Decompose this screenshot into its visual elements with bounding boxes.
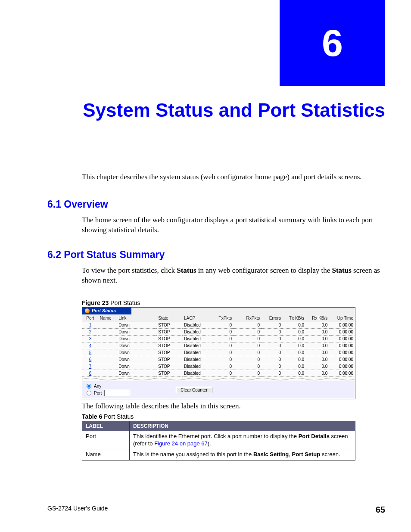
cell-link: Down [117,363,156,370]
cell-rxkb: 0.0 [306,349,329,356]
cell-errors: 0 [262,356,283,363]
cell-rxkb: 0.0 [306,356,329,363]
desc-label: Port [82,431,130,449]
cell-lacp: Disabled [182,349,208,356]
cell-rxkb: 0.0 [306,342,329,349]
cell-rxpkts: 0 [234,356,262,363]
figure-crossref-link[interactable]: Figure 24 on page 67 [154,440,208,447]
desc-text: This identifies the Ethernet port. Click… [130,431,355,449]
cell-name [98,342,117,349]
table-row: 5DownSTOPDisabled0000.00.00:00:00 [82,349,355,356]
cell-uptime: 0:00:00 [329,342,355,349]
cell-link: Down [117,335,156,342]
cell-state: STOP [156,328,182,335]
cell-txpkts: 0 [208,322,234,329]
section-heading-overview: 6.1 Overview [47,199,385,210]
cell-rxpkts: 0 [234,363,262,370]
cell-txkb: 0.0 [283,342,306,349]
cell-txpkts: 0 [208,342,234,349]
cell-txkb: 0.0 [283,322,306,329]
cell-rxpkts: 0 [234,328,262,335]
port-link[interactable]: 2 [82,328,98,335]
cell-errors: 0 [262,342,283,349]
desc-th-desc: DESCRIPTION [130,421,355,431]
cell-state: STOP [156,322,182,329]
port-link[interactable]: 8 [82,370,98,376]
cell-txkb: 0.0 [283,363,306,370]
chapter-number: 6 [322,21,343,65]
cell-errors: 0 [262,363,283,370]
table-row: 1DownSTOPDisabled0000.00.00:00:00 [82,322,355,329]
cell-lacp: Disabled [182,356,208,363]
cell-link: Down [117,349,156,356]
radio-any[interactable] [87,384,91,389]
cell-name [98,328,117,335]
cell-state: STOP [156,363,182,370]
cell-name [98,363,117,370]
cell-uptime: 0:00:00 [329,356,355,363]
post-figure-text: The following table describes the labels… [82,402,385,411]
cell-txpkts: 0 [208,349,234,356]
cell-link: Down [117,322,156,329]
radio-port[interactable] [87,391,91,395]
cell-lacp: Disabled [182,370,208,376]
cell-rxkb: 0.0 [306,363,329,370]
page-number: 65 [376,505,385,515]
cell-name [98,322,117,329]
cell-state: STOP [156,370,182,376]
cell-txpkts: 0 [208,370,234,376]
port-link[interactable]: 4 [82,342,98,349]
port-link[interactable]: 3 [82,335,98,342]
description-table: LABEL DESCRIPTION Port This identifies t… [82,421,355,461]
cell-errors: 0 [262,335,283,342]
cell-rxpkts: 0 [234,349,262,356]
cell-txkb: 0.0 [283,349,306,356]
cell-uptime: 0:00:00 [329,349,355,356]
radio-any-row[interactable]: Any [87,384,130,389]
table-row: Port This identifies the Ethernet port. … [82,431,355,449]
radio-any-label: Any [94,384,101,389]
cell-state: STOP [156,349,182,356]
cell-rxkb: 0.0 [306,328,329,335]
cell-name [98,335,117,342]
cell-rxpkts: 0 [234,370,262,376]
chapter-number-box: 6 [280,0,385,86]
desc-th-label: LABEL [82,421,130,431]
cell-link: Down [117,370,156,376]
port-status-titlebar: Port Status [82,308,355,314]
port-link[interactable]: 1 [82,322,98,329]
cell-link: Down [117,328,156,335]
cell-rxkb: 0.0 [306,335,329,342]
table-row: 7DownSTOPDisabled0000.00.00:00:00 [82,363,355,370]
cell-uptime: 0:00:00 [329,363,355,370]
cell-link: Down [117,356,156,363]
cell-txkb: 0.0 [283,356,306,363]
cell-txpkts: 0 [208,356,234,363]
radio-port-row[interactable]: Port [87,390,130,396]
clear-counter-button[interactable]: Clear Counter [176,387,212,393]
cell-txkb: 0.0 [283,328,306,335]
footer-guide-name: GS-2724 User's Guide [47,505,108,515]
desc-text: This is the name you assigned to this po… [130,449,355,460]
page-footer: GS-2724 User's Guide 65 [47,502,385,515]
port-link[interactable]: 7 [82,363,98,370]
cell-link: Down [117,342,156,349]
port-link[interactable]: 5 [82,349,98,356]
port-number-input[interactable] [104,390,130,396]
section-body-overview: The home screen of the web configurator … [82,215,385,235]
cell-rxkb: 0.0 [306,370,329,376]
table-row: 2DownSTOPDisabled0000.00.00:00:00 [82,328,355,335]
cell-uptime: 0:00:00 [329,328,355,335]
cell-name [98,356,117,363]
table-caption: Table 6 Port Status [82,413,385,420]
table-header-row: Port Name Link State LACP TxPkts RxPkts … [82,314,355,322]
cell-lacp: Disabled [182,335,208,342]
cell-rxpkts: 0 [234,342,262,349]
port-link[interactable]: 6 [82,356,98,363]
cell-uptime: 0:00:00 [329,322,355,329]
clear-counter-controls: Any Port Clear Counter [82,381,355,399]
cell-errors: 0 [262,370,283,376]
cell-lacp: Disabled [182,363,208,370]
cell-txpkts: 0 [208,363,234,370]
desc-label: Name [82,449,130,460]
